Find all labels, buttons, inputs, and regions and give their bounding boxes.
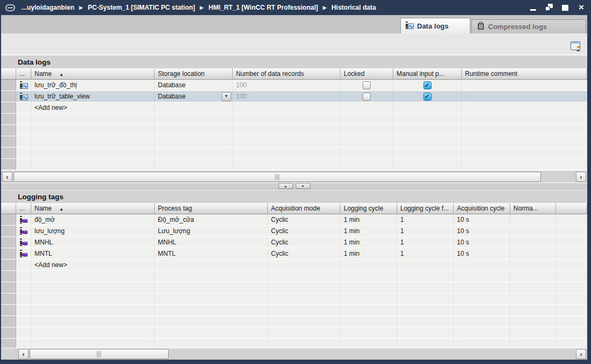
- scroll-right-button[interactable]: ›: [576, 349, 586, 359]
- row-header[interactable]: [1, 226, 16, 237]
- table-row[interactable]: lưu_lượng Lưu_lượng Cyclic 1 min 1 10 s: [1, 226, 587, 237]
- window-controls: ×: [529, 4, 586, 11]
- scrollbar-thumb[interactable]: [13, 172, 541, 182]
- header-logging-cycle-factor[interactable]: Logging cycle f...: [397, 203, 454, 214]
- cell-name[interactable]: lưu_trữ_table_view: [31, 91, 155, 102]
- add-new-row[interactable]: <Add new>: [1, 102, 587, 114]
- manual-input-table-button[interactable]: [569, 40, 583, 53]
- table-row-selected[interactable]: lưu_trữ_table_view Database ▼ 100 ✓: [1, 91, 587, 102]
- splitter-down-button[interactable]: ▼: [296, 183, 310, 189]
- locked-checkbox[interactable]: [363, 81, 371, 89]
- cell-acquisition-cycle[interactable]: 10 s: [454, 248, 510, 260]
- breadcrumb-historical-data[interactable]: Historical data: [331, 4, 376, 11]
- header-acquisition-mode[interactable]: Acquisition mode: [268, 203, 340, 214]
- cell-runtime-comment[interactable]: [462, 80, 587, 91]
- cell-logging-cycle[interactable]: 1 min: [340, 248, 397, 260]
- cell-process-tag[interactable]: Độ_mở_cửa: [155, 214, 268, 226]
- table-row[interactable]: lưu_trữ_đồ_thị Database 100 ✓: [1, 80, 587, 91]
- cell-name[interactable]: độ_mở: [31, 214, 155, 226]
- cell-records[interactable]: 100: [233, 80, 340, 91]
- splitter-up-button[interactable]: ▲: [279, 183, 293, 189]
- tab-data-logs[interactable]: Data logs: [400, 18, 470, 33]
- header-locked[interactable]: Locked: [340, 68, 393, 80]
- scrollbar-thumb[interactable]: [30, 349, 169, 359]
- cell-name[interactable]: MNHL: [31, 237, 155, 248]
- header-manual-input[interactable]: Manual input p...: [393, 68, 462, 80]
- row-header[interactable]: [1, 214, 16, 226]
- cell-process-tag[interactable]: MNHL: [155, 237, 268, 248]
- table-row[interactable]: MNTL MNTL Cyclic 1 min 1 10 s: [1, 248, 587, 260]
- cell-acquisition-mode[interactable]: Cyclic: [268, 248, 340, 260]
- cell-norma[interactable]: [510, 226, 556, 237]
- cell-acquisition-cycle[interactable]: 10 s: [454, 237, 510, 248]
- tab-compressed-logs[interactable]: Compressed logs: [471, 19, 586, 33]
- cell-acquisition-cycle[interactable]: 10 s: [454, 214, 510, 226]
- close-button[interactable]: ×: [577, 4, 586, 11]
- locked-checkbox[interactable]: [363, 93, 371, 101]
- cell-logging-cycle[interactable]: 1 min: [340, 226, 397, 237]
- restore-button[interactable]: [545, 4, 553, 11]
- cell-acquisition-mode[interactable]: Cyclic: [268, 214, 340, 226]
- header-runtime-comment[interactable]: Runtime comment: [462, 68, 587, 80]
- maximize-button[interactable]: [561, 4, 569, 11]
- header-process-tag[interactable]: Process tag: [155, 203, 268, 214]
- add-new-logging-tag[interactable]: <Add new>: [31, 260, 155, 271]
- editor-toolbar: [1, 33, 587, 55]
- storage-dropdown-button[interactable]: ▼: [221, 92, 231, 101]
- add-new-row[interactable]: <Add new>: [1, 260, 587, 271]
- cell-process-tag[interactable]: MNTL: [155, 248, 268, 260]
- breadcrumb-pc-system[interactable]: PC-System_1 [SIMATIC PC station]: [88, 4, 195, 11]
- header-name[interactable]: Name▲: [31, 68, 155, 80]
- add-new-data-log[interactable]: <Add new>: [31, 102, 155, 114]
- header-icon-column[interactable]: ...: [16, 203, 31, 214]
- scroll-right-button[interactable]: ›: [576, 172, 586, 182]
- row-header[interactable]: [1, 248, 16, 260]
- cell-storage[interactable]: Database ▼: [155, 91, 233, 102]
- scrollbar-track[interactable]: [13, 172, 575, 182]
- cell-name[interactable]: MNTL: [31, 248, 155, 260]
- tia-portal-editor-window: ...uyloidaganbien ▶ PC-System_1 [SIMATIC…: [0, 0, 591, 364]
- cell-runtime-comment[interactable]: [462, 91, 587, 102]
- row-header[interactable]: [1, 91, 16, 102]
- header-number-of-records[interactable]: Number of data records: [233, 68, 340, 80]
- scroll-left-button[interactable]: ‹: [2, 172, 12, 182]
- cell-storage[interactable]: Database: [155, 80, 233, 91]
- header-acquisition-cycle[interactable]: Acquisition cycle: [454, 203, 510, 214]
- manual-input-checkbox[interactable]: ✓: [423, 93, 432, 101]
- data-logs-section-title: Data logs: [1, 55, 587, 68]
- cell-acquisition-cycle[interactable]: 10 s: [454, 226, 510, 237]
- header-logging-cycle[interactable]: Logging cycle: [340, 203, 397, 214]
- cell-name[interactable]: lưu_lượng: [31, 226, 155, 237]
- breadcrumb-project[interactable]: ...uyloidaganbien: [22, 4, 74, 11]
- cell-logging-cycle-factor[interactable]: 1: [397, 237, 454, 248]
- scrollbar-track[interactable]: [30, 349, 575, 359]
- cell-norma[interactable]: [510, 214, 556, 226]
- cell-logging-cycle[interactable]: 1 min: [340, 214, 397, 226]
- cell-acquisition-mode[interactable]: Cyclic: [268, 226, 340, 237]
- table-row[interactable]: độ_mở Độ_mở_cửa Cyclic 1 min 1 10 s: [1, 214, 587, 226]
- cell-norma[interactable]: [510, 237, 556, 248]
- table-row-empty: [1, 125, 587, 136]
- header-name[interactable]: Name▲: [31, 203, 155, 214]
- table-splitter[interactable]: ▲ ▼: [1, 183, 587, 190]
- header-norma[interactable]: Norma...: [510, 203, 556, 214]
- header-storage-location[interactable]: Storage location: [155, 68, 233, 80]
- cell-logging-cycle-factor[interactable]: 1: [397, 226, 454, 237]
- cell-logging-cycle[interactable]: 1 min: [340, 237, 397, 248]
- cell-name[interactable]: lưu_trữ_đồ_thị: [31, 80, 155, 91]
- cell-norma[interactable]: [510, 248, 556, 260]
- cell-acquisition-mode[interactable]: Cyclic: [268, 237, 340, 248]
- scroll-left-button[interactable]: ‹: [18, 349, 29, 359]
- row-header[interactable]: [1, 237, 16, 248]
- table-row[interactable]: MNHL MNHL Cyclic 1 min 1 10 s: [1, 237, 587, 248]
- cell-logging-cycle-factor[interactable]: 1: [397, 214, 454, 226]
- manual-input-checkbox[interactable]: ✓: [423, 81, 432, 89]
- minimize-button[interactable]: [529, 4, 537, 11]
- row-header[interactable]: [1, 80, 16, 91]
- cell-logging-cycle-factor[interactable]: 1: [397, 248, 454, 260]
- breadcrumb-hmi-rt[interactable]: HMI_RT_1 [WinCC RT Professional]: [208, 4, 318, 11]
- header-icon-column[interactable]: ...: [16, 68, 31, 80]
- cell-records[interactable]: 100: [233, 91, 340, 102]
- cell-process-tag[interactable]: Lưu_lượng: [155, 226, 268, 237]
- table-row-empty: [1, 316, 587, 327]
